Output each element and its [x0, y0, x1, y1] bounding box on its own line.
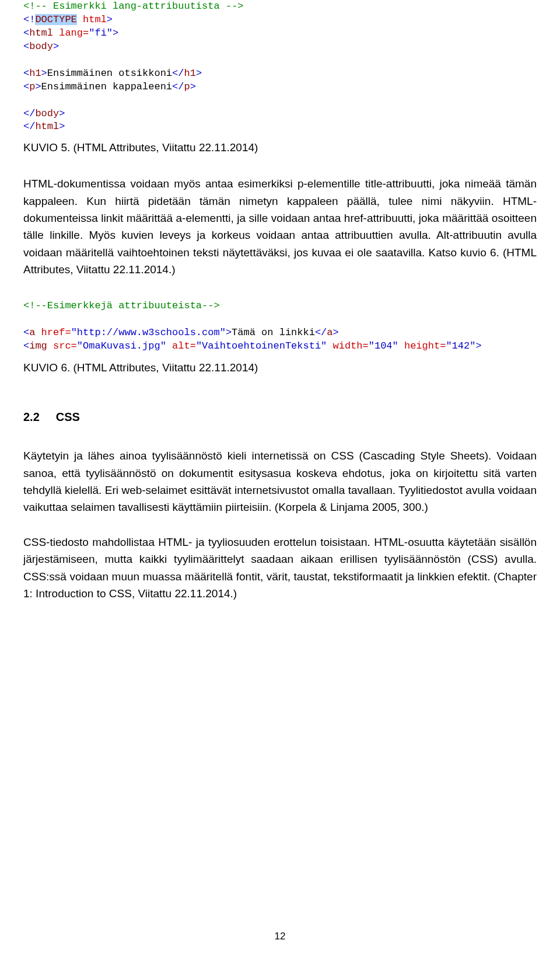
- code1-comment: <!-- Esimerkki lang-attribuutista -->: [23, 1, 243, 12]
- section-number: 2.2: [23, 410, 40, 424]
- code-figure-2: <!--Esimerkkejä attribuuteista--> <a hre…: [23, 300, 537, 353]
- paragraph-3: CSS-tiedosto mahdollistaa HTML- ja tyyli…: [23, 534, 537, 603]
- code-figure-1: <!-- Esimerkki lang-attribuutista --> <!…: [23, 0, 537, 134]
- page-number: 12: [0, 931, 560, 942]
- document-page: <!-- Esimerkki lang-attribuutista --> <!…: [0, 0, 560, 954]
- code2-comment: <!--Esimerkkejä attribuuteista-->: [23, 300, 220, 311]
- section-heading-css: 2.2CSS: [23, 410, 537, 424]
- section-title: CSS: [56, 410, 80, 423]
- figure-caption-5: KUVIO 5. (HTML Attributes, Viitattu 22.1…: [23, 141, 537, 155]
- paragraph-1: HTML-dokumentissa voidaan myös antaa esi…: [23, 175, 537, 278]
- figure-caption-6: KUVIO 6. (HTML Attributes, Viitattu 22.1…: [23, 361, 537, 375]
- paragraph-2: Käytetyin ja lähes ainoa tyylisäännöstö …: [23, 447, 537, 516]
